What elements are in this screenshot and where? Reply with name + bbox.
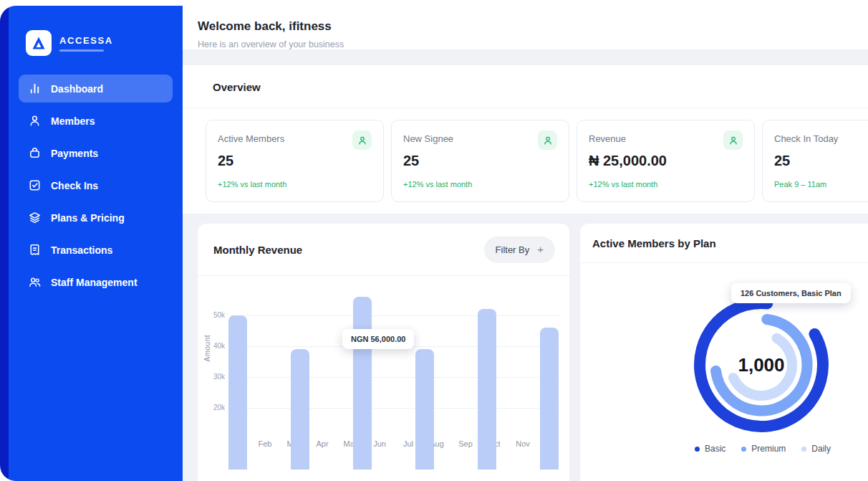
y-tick-label: 40k [198, 342, 225, 350]
accessa-logo-icon [26, 30, 52, 56]
legend-dot [801, 447, 806, 452]
donut-tooltip: 126 Customers, Basic Plan [731, 283, 851, 303]
bar-nov[interactable] [540, 328, 559, 470]
bar-jan[interactable] [228, 315, 247, 470]
dashboard-bars-icon [28, 82, 42, 95]
legend-label: Daily [811, 444, 831, 454]
monthly-revenue-title: Monthly Revenue [213, 244, 302, 256]
welcome-subtitle: Here is an overview of your business [198, 39, 851, 49]
sidebar-item-label: Payments [51, 148, 98, 159]
legend-dot [741, 447, 746, 452]
sidebar-item-members[interactable]: Members [19, 107, 173, 135]
bar-sep[interactable] [478, 309, 496, 470]
stat-cards-row: Active Members 25 +12% vs last month New… [183, 108, 868, 214]
stat-note: +12% vs last month [218, 180, 372, 189]
sidebar-item-label: Staff Management [51, 277, 138, 288]
stat-note: Peak 9 – 11am [774, 180, 868, 189]
y-tick-label: 50k [198, 311, 225, 319]
stat-value: ₦ 25,000.00 [589, 153, 743, 169]
members-by-plan-panel: Active Members by Plan 126 Customers, Ba… [580, 224, 868, 481]
legend-dot [695, 447, 700, 452]
legend-label: Basic [705, 444, 725, 454]
plus-icon: + [537, 246, 544, 253]
legend-item-basic[interactable]: Basic [695, 444, 725, 454]
legend-label: Premium [751, 444, 786, 454]
legend-item-daily[interactable]: Daily [801, 444, 831, 454]
gridline [231, 315, 559, 316]
sidebar-edge-strip [0, 6, 9, 481]
plan-legend: BasicPremiumDaily [616, 444, 868, 454]
member-icon [723, 130, 743, 150]
member-icon [538, 130, 557, 150]
bar-chart-plot: Amount NGN 56,000.00 50k40k30k20kJanFebM… [198, 276, 569, 481]
x-tick-label: Feb [259, 439, 272, 448]
donut-chart-area: 126 Customers, Basic Plan 1,000 BasicPre… [580, 263, 868, 481]
receipt-icon [28, 243, 42, 257]
x-tick-label: Jun [373, 439, 386, 448]
brand-tagline [59, 49, 104, 52]
filter-by-label: Filter By [496, 244, 530, 255]
legend-item-premium[interactable]: Premium [741, 444, 786, 454]
sidebar-item-payments[interactable]: Payments [19, 139, 173, 167]
app-window: ACCESSA Dashboard Members [0, 6, 868, 481]
monthly-revenue-panel: Monthly Revenue Filter By + Amount NGN 5… [198, 224, 569, 481]
x-tick-label: Sep [458, 439, 473, 448]
sidebar-item-staff-management[interactable]: Staff Management [19, 268, 173, 296]
gridline [231, 408, 559, 409]
stat-card-new-signee[interactable]: New Signee 25 +12% vs last month [391, 120, 569, 202]
stat-note: +12% vs last month [589, 180, 743, 189]
stat-note: +12% vs last month [403, 180, 557, 189]
overview-title: Overview [183, 65, 868, 108]
sidebar: ACCESSA Dashboard Members [9, 6, 183, 481]
sidebar-item-transactions[interactable]: Transactions [19, 236, 173, 264]
x-tick-label: Apr [316, 439, 328, 448]
stat-card-active-members[interactable]: Active Members 25 +12% vs last month [206, 120, 384, 202]
donut-total-value: 1,000 [683, 286, 840, 444]
overview-panel: Overview Active Members 25 +12% vs last … [183, 65, 868, 214]
charts-row: Monthly Revenue Filter By + Amount NGN 5… [198, 224, 868, 481]
bar-tooltip: NGN 56,000.00 [342, 329, 414, 349]
sidebar-item-dashboard[interactable]: Dashboard [19, 75, 173, 103]
sidebar-item-plans-pricing[interactable]: Plans & Pricing [19, 204, 173, 232]
stat-value: 25 [403, 153, 557, 169]
stat-label: New Signee [403, 130, 453, 144]
gridline [231, 377, 559, 378]
sidebar-nav: Dashboard Members Payments [9, 75, 183, 296]
bar-mar[interactable] [291, 349, 309, 470]
sidebar-item-label: Transactions [51, 244, 112, 256]
welcome-title: Welcome back, ifitness [198, 19, 851, 34]
stat-label: Revenue [589, 130, 626, 144]
stat-value: 25 [774, 153, 868, 169]
main-content: Welcome back, ifitness Here is an overvi… [183, 6, 868, 481]
y-tick-label: 20k [198, 404, 225, 411]
page-header: Welcome back, ifitness Here is an overvi… [183, 6, 868, 49]
checkbox-icon [28, 178, 42, 192]
sidebar-item-check-ins[interactable]: Check Ins [19, 171, 173, 199]
stat-value: 25 [218, 153, 372, 169]
stat-label: Active Members [218, 130, 284, 144]
layers-icon [28, 211, 42, 224]
stat-card-check-in-today[interactable]: Check In Today 25 Peak 9 – 11am [762, 120, 868, 202]
filter-by-button[interactable]: Filter By + [484, 237, 555, 263]
y-tick-label: 30k [198, 373, 225, 381]
x-tick-label: Nov [516, 439, 530, 448]
donut-chart-wrap: 1,000 [683, 286, 840, 444]
sidebar-item-label: Dashboard [51, 83, 103, 95]
stat-card-revenue[interactable]: Revenue ₦ 25,000.00 +12% vs last month [577, 120, 755, 202]
members-by-plan-title: Active Members by Plan [592, 237, 716, 249]
brand-logo: ACCESSA [9, 30, 183, 56]
sidebar-item-label: Check Ins [51, 180, 98, 191]
member-icon [352, 130, 372, 150]
wallet-icon [28, 146, 42, 160]
people-icon [28, 275, 42, 289]
brand-name: ACCESSA [59, 35, 113, 46]
bar-jul[interactable] [415, 349, 434, 470]
bar-may[interactable] [353, 297, 372, 470]
sidebar-item-label: Members [51, 115, 95, 127]
person-icon [28, 114, 42, 128]
sidebar-item-label: Plans & Pricing [51, 212, 125, 224]
x-tick-label: Jul [403, 439, 413, 448]
stat-label: Check In Today [774, 130, 838, 144]
